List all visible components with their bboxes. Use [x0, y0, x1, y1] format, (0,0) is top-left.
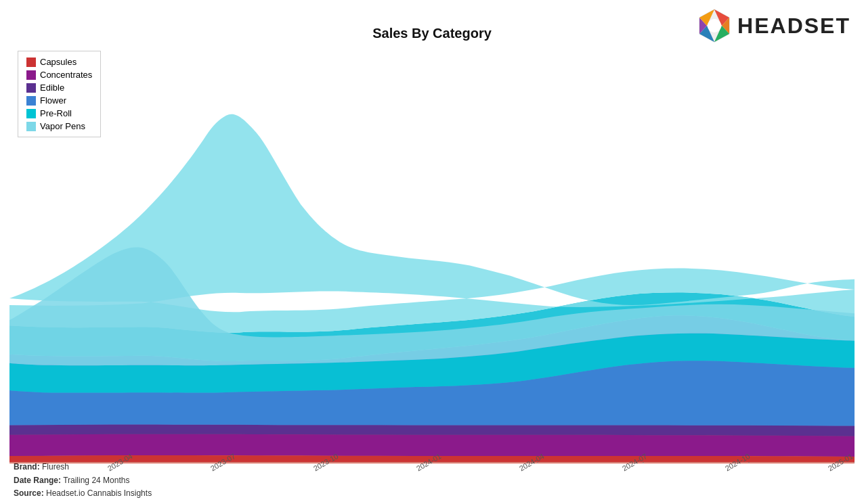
footer-date-range: Date Range: Trailing 24 Months — [14, 474, 152, 487]
footer-source: Source: Headset.io Cannabis Insights — [14, 487, 152, 500]
capsules-swatch — [26, 58, 36, 67]
legend-item-concentrates: Concentrates — [26, 70, 92, 80]
concentrates-label: Concentrates — [40, 70, 92, 80]
footer-brand: Brand: Fluresh — [14, 461, 152, 474]
edible-swatch — [26, 83, 36, 93]
legend-item-edible: Edible — [26, 83, 92, 93]
flower-label: Flower — [40, 95, 66, 106]
edible-label: Edible — [40, 83, 64, 93]
legend-item-vaporpens: Vapor Pens — [26, 121, 92, 131]
source-value: Headset.io Cannabis Insights — [46, 488, 152, 498]
legend-item-capsules: Capsules — [26, 57, 92, 67]
chart-legend: Capsules Concentrates Edible Flower Pre-… — [18, 51, 101, 137]
brand-label: Brand: — [14, 462, 40, 472]
chart-title: Sales By Category — [0, 26, 864, 41]
capsules-label: Capsules — [40, 57, 77, 67]
date-range-value: Trailing 24 Months — [63, 476, 129, 485]
brand-value: Fluresh — [42, 462, 69, 472]
legend-item-flower: Flower — [26, 95, 92, 106]
legend-item-preroll: Pre-Roll — [26, 108, 92, 118]
vaporpens-label: Vapor Pens — [40, 121, 85, 131]
page: HEADSET Sales By Category — [0, 0, 864, 504]
preroll-label: Pre-Roll — [40, 108, 72, 118]
concentrates-swatch — [26, 70, 36, 80]
flower-swatch — [26, 96, 36, 106]
footer-info: Brand: Fluresh Date Range: Trailing 24 M… — [14, 461, 152, 500]
source-label: Source: — [14, 488, 44, 498]
vaporpens-swatch — [26, 122, 36, 131]
chart-svg-main — [9, 47, 855, 463]
date-range-label: Date Range: — [14, 476, 61, 485]
chart-area — [9, 47, 855, 463]
preroll-swatch — [26, 109, 36, 118]
